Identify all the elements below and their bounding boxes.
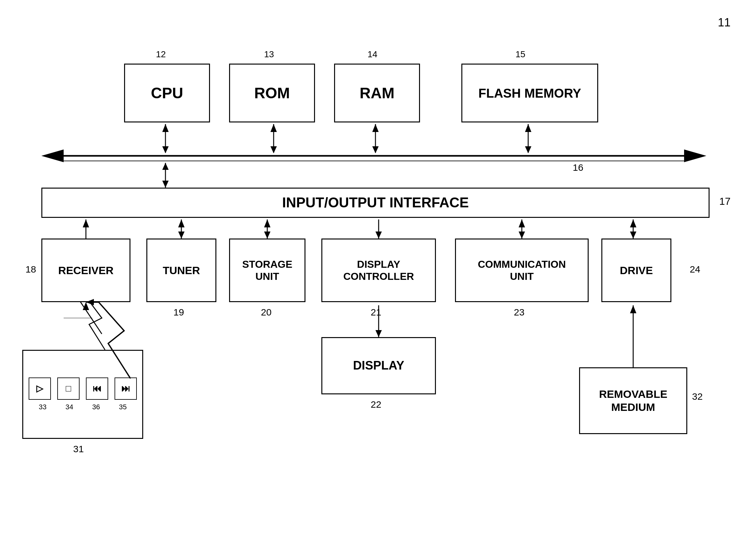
- svg-marker-45: [630, 305, 636, 313]
- svg-marker-19: [372, 146, 378, 153]
- svg-marker-13: [162, 146, 169, 153]
- tuner-box: TUNER: [146, 238, 217, 302]
- display-controller-box: DISPLAY CONTROLLER: [321, 238, 436, 302]
- ref-33: 33: [32, 403, 54, 411]
- svg-marker-43: [376, 330, 382, 337]
- remote-button-refs: 33 34 36 35: [23, 403, 142, 411]
- ref-17: 17: [719, 196, 730, 207]
- svg-marker-30: [178, 231, 185, 238]
- ref-21: 21: [371, 307, 381, 318]
- play-button: ▷: [29, 377, 51, 400]
- ref-20: 20: [261, 307, 271, 318]
- io-interface-box: INPUT/OUTPUT INTERFACE: [41, 188, 709, 218]
- remote-buttons: ▷ □ ⏮ ⏭: [23, 377, 142, 400]
- ref-13: 13: [264, 49, 274, 60]
- svg-marker-33: [264, 231, 270, 238]
- ref-18: 18: [26, 264, 36, 275]
- prev-button: ⏮: [86, 377, 108, 400]
- ref-34: 34: [58, 403, 80, 411]
- ram-box: RAM: [334, 64, 420, 122]
- diagram: 11 CPU 12 ROM 13 RAM 14 FLASH MEMORY 15 …: [0, 0, 756, 540]
- ref-12: 12: [156, 49, 166, 60]
- svg-marker-41: [630, 231, 636, 238]
- remote-box: ▷ □ ⏮ ⏭ 33 34 36 35: [22, 350, 143, 439]
- svg-marker-21: [525, 124, 531, 132]
- ref-31: 31: [73, 444, 84, 455]
- ref-15: 15: [516, 49, 525, 60]
- svg-marker-16: [270, 146, 277, 153]
- flash-memory-box: FLASH MEMORY: [461, 64, 598, 122]
- svg-marker-9: [684, 150, 706, 162]
- display-box: DISPLAY: [321, 337, 436, 394]
- stop-button: □: [57, 377, 79, 400]
- ref-14: 14: [368, 49, 378, 60]
- drive-box: DRIVE: [601, 238, 672, 302]
- svg-marker-24: [162, 181, 169, 188]
- next-button: ⏭: [114, 377, 137, 400]
- svg-marker-32: [264, 219, 270, 227]
- svg-marker-22: [525, 146, 531, 153]
- svg-marker-35: [376, 231, 382, 238]
- svg-marker-40: [630, 219, 636, 227]
- rom-box: ROM: [229, 64, 315, 122]
- storage-unit-box: STORAGE UNIT: [229, 238, 305, 302]
- svg-marker-38: [519, 231, 525, 238]
- ref-11: 11: [718, 16, 730, 29]
- ref-24: 24: [690, 264, 700, 275]
- cpu-box: CPU: [124, 64, 210, 122]
- ref-32: 32: [692, 391, 702, 402]
- svg-marker-8: [41, 150, 64, 162]
- removable-medium-box: REMOVABLE MEDIUM: [579, 367, 687, 434]
- svg-marker-27: [83, 219, 89, 227]
- svg-marker-29: [178, 219, 185, 227]
- receiver-box: RECEIVER: [41, 238, 130, 302]
- svg-marker-25: [162, 163, 169, 170]
- ref-35: 35: [112, 403, 134, 411]
- ref-22: 22: [371, 399, 381, 410]
- ref-19: 19: [173, 307, 184, 318]
- svg-marker-18: [372, 124, 378, 132]
- svg-marker-50: [83, 302, 89, 310]
- svg-marker-37: [519, 219, 525, 227]
- svg-marker-12: [162, 124, 169, 132]
- ref-36: 36: [85, 403, 107, 411]
- svg-marker-15: [270, 124, 277, 132]
- ref-16: 16: [573, 162, 583, 173]
- communication-unit-box: COMMUNICATION UNIT: [455, 238, 589, 302]
- ref-23: 23: [514, 307, 525, 318]
